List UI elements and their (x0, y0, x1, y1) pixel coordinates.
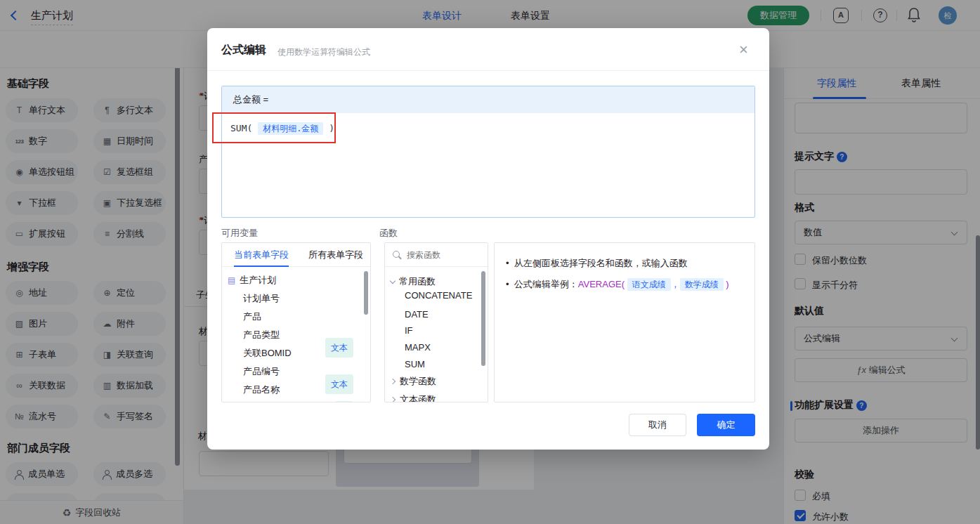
annotation-red-box (212, 112, 336, 143)
tip-line-2: • 公式编辑举例：AVERAGE( 语文成绩，数学成绩 ) (506, 274, 743, 295)
tip-line-1: • 从左侧面板选择字段名和函数，或输入函数 (506, 253, 743, 274)
function-item[interactable]: DATE (405, 309, 429, 320)
variable-tree-root[interactable]: ▤生产计划 (222, 271, 370, 289)
variable-row[interactable]: 关联BOMID文本 (222, 344, 370, 362)
variables-label: 可用变量 (221, 227, 258, 240)
modal-title: 公式编辑 (221, 43, 266, 58)
function-group-common[interactable]: 常用函数 (385, 273, 488, 291)
divider (207, 70, 769, 71)
function-item[interactable]: CONCATENATE (405, 290, 472, 301)
modal-subtitle: 使用数学运算符编辑公式 (277, 46, 370, 58)
variable-row[interactable]: 产品文本 (222, 308, 370, 326)
function-item[interactable]: IF (405, 325, 413, 336)
variables-panel: 当前表单字段 所有表单字段 ▤生产计划 计划单号文本 产品文本 产品类型文本 关… (221, 242, 371, 402)
field-type-badge-clipped (335, 401, 353, 402)
variables-tabs: 当前表单字段 所有表单字段 (222, 243, 370, 267)
close-icon[interactable]: × (739, 42, 748, 58)
function-search[interactable] (385, 243, 488, 267)
example-chip: 语文成绩 (627, 278, 671, 291)
app-root: 生产计划 表单设计 表单设置 数据管理 A ? 检 ⊘ 表单外链 ⊠ 后端脚本 … (0, 0, 980, 524)
functions-panel: 常用函数 CONCATENATE DATE IF MAPX SUM 数学函数 文… (384, 242, 488, 402)
variable-row[interactable]: 计划单号文本 (222, 289, 370, 308)
confirm-button[interactable]: 确定 (697, 414, 755, 436)
function-search-input[interactable] (407, 250, 473, 260)
formula-target: 总金额 = (222, 86, 754, 113)
search-icon (392, 250, 402, 260)
chevron-down-icon (390, 278, 396, 284)
formula-editor[interactable]: 总金额 = SUM( 材料明细.金额 ) (221, 86, 755, 218)
variable-row[interactable]: 产品类型文本 (222, 326, 370, 344)
function-group-text[interactable]: 文本函数 (385, 391, 488, 402)
function-item[interactable]: MAPX (405, 342, 431, 353)
cancel-button[interactable]: 取消 (629, 414, 686, 436)
variable-row[interactable]: 产品名称文本 (222, 381, 370, 399)
functions-scrollbar[interactable] (481, 271, 485, 366)
function-item[interactable]: SUM (405, 359, 425, 369)
chevron-right-icon (390, 379, 396, 384)
chevron-right-icon (390, 397, 396, 402)
tab-current-form-fields[interactable]: 当前表单字段 (234, 243, 289, 267)
average-function-text: AVERAGE( (578, 279, 625, 289)
form-doc-icon: ▤ (228, 275, 235, 285)
functions-label: 函数 (379, 227, 398, 240)
tips-panel: • 从左侧面板选择字段名和函数，或输入函数 • 公式编辑举例：AVERAGE( … (494, 242, 755, 402)
variable-row[interactable]: 产品编号文本 (222, 362, 370, 381)
example-chip: 数学成绩 (680, 278, 724, 291)
variables-scrollbar[interactable] (364, 271, 368, 315)
tab-all-form-fields[interactable]: 所有表单字段 (308, 243, 363, 267)
function-group-math[interactable]: 数学函数 (385, 372, 488, 391)
formula-edit-modal: 公式编辑 使用数学运算符编辑公式 × 总金额 = SUM( 材料明细.金额 ) … (207, 28, 769, 450)
